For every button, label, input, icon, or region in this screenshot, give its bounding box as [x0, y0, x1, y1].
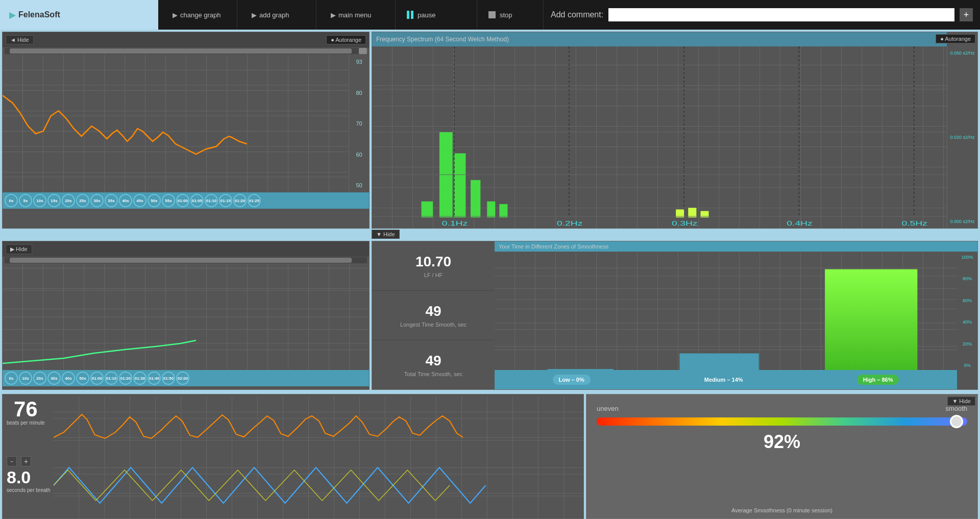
y-label-70: 70 — [351, 120, 367, 127]
uneven-label: uneven — [597, 405, 619, 412]
heart-rate-svg — [3, 55, 349, 192]
freq-y-axis: 0.050 s2/Hz 0.020 s2/Hz 0.000 s2/Hz — [947, 46, 977, 228]
x-tick-10s: 10s — [33, 194, 46, 207]
zones-hide-button[interactable]: ▼ Hide — [372, 230, 400, 239]
longest-stat: 49 Longest Time Smooth, sec — [372, 291, 495, 340]
smooth-x-150: 01:50 — [162, 372, 175, 385]
heart-rate-hide-button[interactable]: ◄ Hide — [6, 35, 34, 44]
smooth-x-10s: 10s — [19, 372, 32, 385]
breath-unit: seconds per breath — [7, 487, 51, 493]
x-tick-115: 01:15 — [219, 194, 232, 207]
smooth-label: smooth — [945, 405, 967, 412]
add-comment-section: Add comment: + — [544, 0, 980, 30]
zone-y-0: 0% — [958, 363, 976, 368]
x-tick-45s: 45s — [133, 194, 146, 207]
freq-y-0050: 0.050 s2/Hz — [949, 51, 975, 56]
smooth-hide-button[interactable]: ▶ Hide — [6, 244, 32, 254]
lf-hf-value: 10.70 — [415, 254, 451, 270]
svg-rect-9 — [499, 204, 507, 217]
add-comment-label: Add comment: — [551, 10, 603, 19]
smooth-x-120: 01:20 — [119, 372, 132, 385]
stats-zones-panel: 10.70 LF / HF 49 Longest Time Smooth, se… — [372, 241, 978, 390]
zone-y-100: 100% — [958, 255, 976, 260]
bpm-value: 76 — [14, 399, 38, 420]
freq-title: Frequency Spectrum (64 Second Welch Meth… — [372, 32, 947, 46]
breath-minus-button[interactable]: - — [7, 456, 17, 466]
top-panels-row: ◄ Hide ● Autorange Heart Rate — [0, 30, 980, 229]
y-label-93: 93 — [351, 59, 367, 65]
freq-autorange-button[interactable]: ● Autorange — [936, 34, 975, 43]
svg-text:0.4Hz: 0.4Hz — [787, 219, 812, 227]
zone-labels: Low – 0% Medium – 14% High – 86% — [495, 370, 957, 389]
pause-button[interactable]: pause — [396, 0, 477, 30]
pause-icon — [407, 11, 413, 19]
stop-button[interactable]: stop — [477, 0, 544, 30]
heart-rate-x-axis: 0s 5s 10s 15s 20s 25s 30s 35s 40s 45s 50… — [3, 192, 369, 209]
x-tick-110: 01:10 — [205, 194, 218, 207]
heart-rate-chart-area: Heart Rate 93 80 — [3, 55, 369, 192]
x-tick-15s: 15s — [47, 194, 61, 207]
brand-logo: ▶ FelenaSoft — [0, 0, 158, 30]
smooth-scrollbar[interactable] — [5, 257, 367, 263]
smooth-x-30s: 30s — [47, 372, 61, 385]
heart-rate-panel: ◄ Hide ● Autorange Heart Rate — [2, 32, 370, 229]
top-navigation: ▶ FelenaSoft ▶ change graph ▶ add graph … — [0, 0, 980, 30]
x-tick-25s: 25s — [76, 194, 89, 207]
brand-arrow: ▶ — [9, 10, 15, 20]
smooth-x-20s: 20s — [33, 372, 46, 385]
brand-name: FelenaSoft — [18, 10, 60, 19]
smoothness-session-label-row: Average Smoothness (0 minute session) — [586, 505, 977, 514]
smooth-meter-hide-button[interactable]: ▼ Hide — [947, 397, 975, 406]
freq-svg: 0.1Hz 0.2Hz 0.3Hz 0.4Hz 0.5Hz — [372, 46, 947, 228]
freq-y-0020: 0.020 s2/Hz — [949, 135, 975, 140]
waveform-panel: 76 beats per minute Heart Rate — [2, 394, 584, 519]
total-stat: 49 Total Time Smooth, sec — [372, 340, 495, 389]
smooth-chart-area — [3, 264, 369, 370]
smooth-labels-row: uneven smooth — [597, 405, 967, 412]
x-tick-30s: 30s — [90, 194, 104, 207]
svg-rect-7 — [471, 180, 480, 217]
smoothness-gradient-bar — [597, 417, 967, 426]
svg-text:0.1Hz: 0.1Hz — [442, 219, 468, 227]
heart-rate-autorange-button[interactable]: ● Autorange — [326, 35, 366, 44]
smooth-x-50s: 50s — [76, 372, 89, 385]
breath-plus-button[interactable]: + — [21, 456, 31, 466]
smooth-x-110: 01:10 — [105, 372, 118, 385]
y-label-60: 60 — [351, 152, 367, 158]
add-graph-button[interactable]: ▶ add graph — [237, 0, 316, 30]
comment-add-button[interactable]: + — [960, 8, 973, 21]
change-graph-button[interactable]: ▶ change graph — [158, 0, 237, 30]
zone-svg — [495, 253, 957, 370]
medium-zone-label: Medium – 14% — [698, 375, 749, 385]
x-tick-0s: 0s — [5, 194, 18, 207]
pacer-wave-svg — [54, 452, 583, 518]
breath-controls: - + — [7, 456, 31, 466]
bpm-unit: beats per minute — [7, 420, 45, 426]
main-menu-button[interactable]: ▶ main menu — [316, 0, 396, 30]
bottom-panels-row: 76 beats per minute Heart Rate — [0, 392, 980, 519]
smooth-x-200: 02:00 — [176, 372, 189, 385]
svg-rect-6 — [454, 153, 466, 217]
breath-value: 8.0 — [7, 467, 31, 487]
svg-text:0.5Hz: 0.5Hz — [902, 219, 927, 227]
longest-label: Longest Time Smooth, sec — [400, 322, 467, 328]
breath-display: - + 8.0 seconds per breath — [7, 456, 51, 493]
smooth-x-130: 01:30 — [133, 372, 146, 385]
comment-input[interactable] — [608, 8, 954, 21]
pacer-waveform-chart — [54, 452, 583, 518]
main-content: ◄ Hide ● Autorange Heart Rate — [0, 30, 980, 519]
zone-y-60: 60% — [958, 298, 976, 303]
zone-y-axis: 100% 80% 60% 40% 20% 0% — [957, 253, 977, 370]
x-tick-100: 01:00 — [176, 194, 189, 207]
x-tick-120: 01:20 — [233, 194, 247, 207]
y-label-80: 80 — [351, 90, 367, 96]
stop-icon — [488, 11, 496, 18]
smooth-svg — [3, 264, 369, 370]
heart-rate-scrollbar[interactable] — [5, 48, 367, 54]
middle-panels-row: ▶ Hide 0s 10s 20s 30s — [0, 239, 980, 392]
svg-text:0.3Hz: 0.3Hz — [672, 219, 697, 227]
smooth-x-140: 01:40 — [148, 372, 161, 385]
x-tick-55s: 55s — [162, 194, 175, 207]
smoothness-handle[interactable] — [950, 415, 963, 428]
longest-value: 49 — [425, 303, 441, 319]
